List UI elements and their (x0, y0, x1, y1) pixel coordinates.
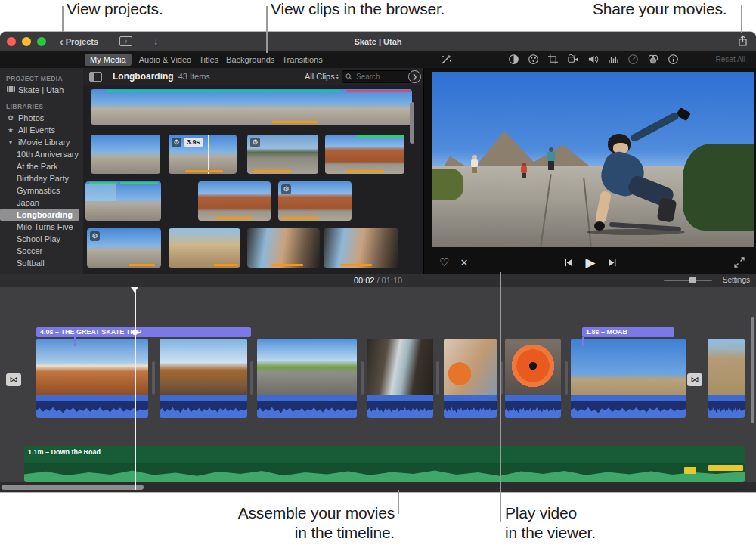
clip-thumbnail[interactable]: ⚙ (278, 181, 352, 221)
projects-back-button[interactable]: ‹ Projects (60, 37, 98, 46)
speed-icon[interactable] (627, 54, 639, 65)
photo-skater-small (521, 163, 528, 178)
title-clip-moab[interactable]: 1.8s – MOAB (582, 327, 674, 337)
share-button[interactable] (737, 35, 748, 47)
clip-gap-handle[interactable] (152, 361, 155, 395)
transition-button[interactable]: ⋈ (687, 373, 702, 386)
timeline-clip-dirt-road[interactable] (708, 339, 745, 418)
sidebar-item-softball[interactable]: Softball (0, 257, 83, 269)
timeline-vertical-scrollbar[interactable] (751, 317, 754, 423)
sidebar-item-all-events[interactable]: ★ All Events (0, 124, 83, 136)
browser-scrollbar[interactable] (410, 102, 414, 144)
clip-information-icon[interactable] (668, 54, 679, 65)
range-bar-pink (346, 90, 411, 92)
play-button[interactable]: ▶ (585, 255, 595, 271)
crop-icon[interactable] (547, 54, 559, 65)
viewer-video-frame[interactable] (432, 72, 754, 247)
close-window-button[interactable] (7, 37, 16, 46)
tab-my-media[interactable]: My Media (85, 54, 132, 66)
timeline-bottom-strip (0, 482, 756, 492)
background-music-clip[interactable]: 1.1m – Down the Road (24, 446, 745, 482)
zoom-window-button[interactable] (37, 37, 46, 46)
favorite-bar (281, 217, 319, 219)
clip-thumbnail[interactable]: ⚙ (247, 135, 318, 174)
timeline-clip-car[interactable] (367, 339, 433, 418)
timeline-horizontal-scrollbar[interactable] (2, 485, 144, 490)
clip-thumbnail[interactable] (198, 181, 271, 221)
tab-audio-video[interactable]: Audio & Video (139, 55, 192, 64)
clip-gap-handle[interactable] (565, 361, 568, 395)
timeline-clip-hands[interactable] (444, 339, 497, 418)
media-browser-button[interactable]: ♪ (119, 36, 132, 46)
clip-thumbnail[interactable]: ⚙ 3.9s (169, 135, 237, 174)
clip-thumbnail[interactable]: ⚙ (87, 228, 161, 268)
zoom-slider-thumb[interactable] (689, 277, 696, 283)
playhead-line[interactable] (135, 287, 136, 490)
sidebar-item-10th-anniversary[interactable]: 10th Anniversary (0, 148, 83, 160)
next-frame-button[interactable] (608, 258, 618, 268)
sidebar-item-longboarding-selected[interactable]: Longboarding (0, 209, 79, 221)
clip-gap-handle[interactable] (250, 361, 253, 395)
exposure-overlay (85, 184, 116, 201)
sidebar-item-at-the-park[interactable]: At the Park (0, 160, 83, 172)
timeline-clip-monument[interactable] (36, 339, 148, 418)
noise-equalizer-icon[interactable] (608, 54, 619, 65)
audio-waveform (505, 395, 561, 418)
transition-button[interactable]: ⋈ (6, 373, 21, 386)
sidebar-item-project[interactable]: Skate | Utah (0, 84, 83, 96)
search-input[interactable] (355, 72, 403, 82)
timeline: 4.0s – THE GREAT SKATE TRIP 1.8s – MOAB … (0, 287, 756, 492)
volume-icon[interactable] (587, 54, 600, 65)
tab-backgrounds[interactable]: Backgrounds (226, 55, 274, 64)
sidebar-item-imovie-library[interactable]: ▾ iMovie Library (0, 136, 83, 148)
clip-filter-icon[interactable] (647, 54, 659, 65)
playhead-handle[interactable] (131, 287, 138, 293)
clip-filter-dropdown[interactable]: All Clips ▴▾ (305, 72, 339, 81)
color-correction-icon[interactable] (528, 54, 539, 65)
minimize-window-button[interactable] (22, 37, 31, 46)
sidebar-item-photos[interactable]: ✿ Photos (0, 112, 83, 124)
timeline-clip-wheel[interactable] (505, 339, 561, 418)
timeline-clip-road[interactable] (257, 339, 357, 418)
reject-button[interactable]: ✕ (460, 257, 468, 268)
appearance-settings-icon[interactable]: ❯ (408, 70, 421, 83)
top-strip: My Media Audio & Video Titles Background… (0, 51, 756, 69)
clip-thumbnail[interactable] (247, 228, 320, 268)
import-media-button[interactable]: ↓ (153, 36, 158, 47)
fullscreen-button[interactable] (734, 257, 745, 268)
fullscreen-icon (734, 257, 745, 268)
timeline-clip-canyon[interactable] (160, 339, 247, 418)
reset-all-button[interactable]: Reset All (716, 55, 745, 63)
clip-gap-handle[interactable] (361, 361, 364, 395)
clip-thumbnail[interactable] (169, 228, 240, 268)
clip-thumbnail[interactable] (325, 135, 404, 174)
previous-frame-button[interactable] (563, 258, 573, 268)
stabilization-icon[interactable] (567, 54, 579, 65)
photos-icon: ✿ (6, 114, 15, 122)
timeline-clip-moab-group[interactable] (571, 339, 686, 418)
timeline-settings-button[interactable]: Settings (723, 276, 750, 284)
clip-gap-handle[interactable] (436, 361, 439, 395)
sidebar-item-gymnastics[interactable]: Gymnastics (0, 184, 83, 197)
sidebar-item-japan[interactable]: Japan (0, 197, 83, 209)
sidebar-item-milo-turns-five[interactable]: Milo Turns Five (0, 221, 83, 233)
title-clip-great-skate-trip[interactable]: 4.0s – THE GREAT SKATE TRIP (36, 327, 251, 337)
clip-thumbnail[interactable] (91, 135, 160, 174)
favorite-bar (215, 217, 253, 219)
enhance-button[interactable] (440, 54, 452, 66)
search-field[interactable] (342, 70, 411, 83)
sidebar-toggle-icon[interactable] (89, 72, 102, 82)
tab-titles[interactable]: Titles (199, 55, 218, 64)
clip-thumbnail[interactable] (85, 181, 161, 221)
sidebar-item-soccer[interactable]: Soccer (0, 245, 83, 257)
sidebar-item-birthday-party[interactable]: Birthday Party (0, 172, 83, 184)
tab-transitions[interactable]: Transitions (282, 55, 322, 64)
clip-thumbnail-filmstrip[interactable] (91, 89, 412, 125)
section-libraries: LIBRARIES (0, 96, 83, 112)
sidebar-item-school-play[interactable]: School Play (0, 233, 83, 245)
media-browser-icon: ♪ (119, 36, 132, 46)
clip-thumbnail[interactable] (324, 228, 398, 268)
timeline-zoom-slider[interactable] (664, 280, 712, 281)
favorite-button[interactable]: ♡ (439, 255, 449, 269)
color-balance-icon[interactable] (508, 54, 519, 65)
